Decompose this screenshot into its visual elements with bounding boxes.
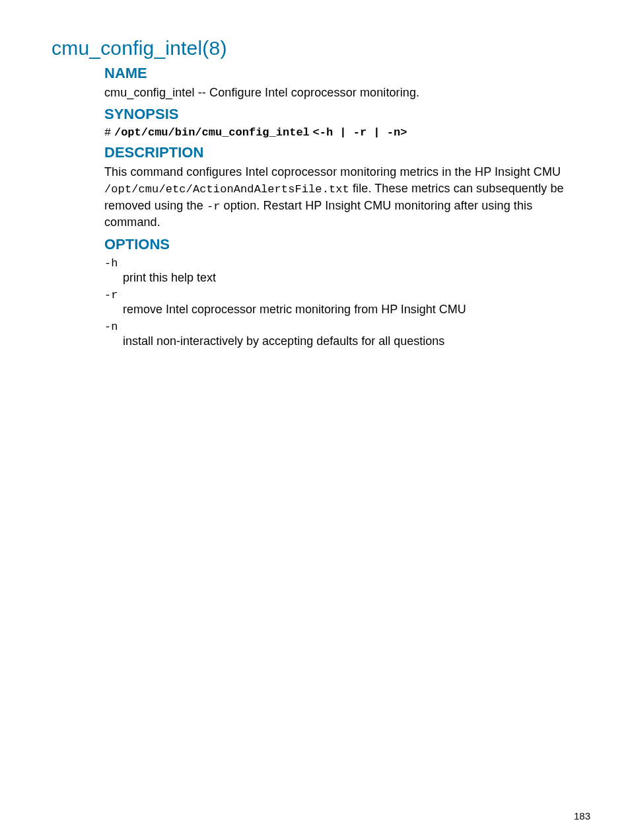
option-desc: print this help text (123, 271, 590, 285)
synopsis-args: <-h | -r | -n> (313, 126, 407, 139)
option-flag: -h (104, 257, 590, 270)
synopsis-line: # /opt/cmu/bin/cmu_config_intel <-h | -r… (104, 126, 590, 139)
manpage-document: cmu_config_intel(8) NAME cmu_config_inte… (0, 0, 630, 840)
desc-path: /opt/cmu/etc/ActionAndAlertsFile.txt (104, 183, 349, 196)
option-item: -h print this help text (104, 257, 590, 285)
section-heading-options: OPTIONS (104, 236, 590, 253)
section-heading-name: NAME (104, 65, 590, 82)
section-heading-synopsis: SYNOPSIS (104, 106, 590, 123)
option-desc: install non-interactively by accepting d… (123, 334, 590, 348)
description-text: This command configures Intel coprocesso… (104, 164, 590, 230)
name-text: cmu_config_intel -- Configure Intel copr… (104, 85, 590, 100)
desc-part1: This command configures Intel coprocesso… (104, 165, 561, 178)
content-body: NAME cmu_config_intel -- Configure Intel… (104, 65, 590, 348)
synopsis-prompt: # (104, 126, 111, 139)
option-flag: -n (104, 321, 590, 333)
synopsis-command: /opt/cmu/bin/cmu_config_intel (114, 126, 310, 139)
page-number: 183 (574, 810, 590, 821)
option-desc: remove Intel coprocessor metric monitori… (123, 303, 590, 317)
section-heading-description: DESCRIPTION (104, 144, 590, 161)
option-item: -r remove Intel coprocessor metric monit… (104, 289, 590, 317)
page-title: cmu_config_intel(8) (52, 37, 590, 59)
option-item: -n install non-interactively by acceptin… (104, 321, 590, 348)
desc-flag: -r (207, 200, 221, 213)
option-flag: -r (104, 289, 590, 301)
